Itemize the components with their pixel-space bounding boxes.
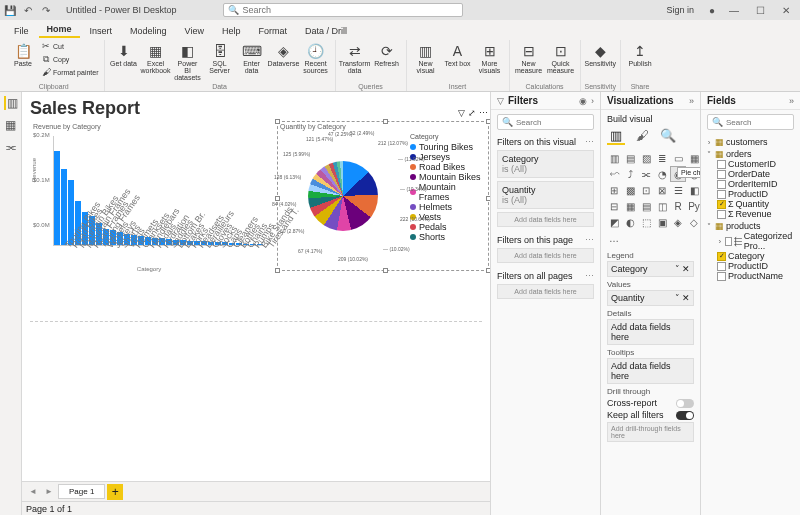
checkbox[interactable] — [717, 170, 726, 179]
legend-item[interactable]: Pedals — [410, 222, 486, 232]
filter-drop-zone[interactable]: Add data fields here — [497, 284, 594, 299]
filters-search[interactable]: 🔍 — [497, 114, 594, 130]
checkbox[interactable] — [717, 210, 726, 219]
ribbon-tab-help[interactable]: Help — [214, 24, 249, 38]
field-quantity[interactable]: ✓ΣQuantity — [717, 199, 796, 209]
ribbon-tab-format[interactable]: Format — [250, 24, 295, 38]
fields-search-input[interactable] — [726, 118, 789, 127]
checkbox[interactable]: ✓ — [717, 252, 726, 261]
close-button[interactable]: ✕ — [776, 5, 796, 16]
filter-drop-zone[interactable]: Add data fields here — [497, 248, 594, 263]
legend-item[interactable]: Road Bikes — [410, 162, 486, 172]
undo-icon[interactable]: ↶ — [22, 4, 34, 16]
filter-icon[interactable]: ▽ — [458, 108, 465, 118]
field-orderdate[interactable]: OrderDate — [717, 169, 796, 179]
filter-card[interactable]: Categoryis (All) — [497, 150, 594, 178]
page-tab[interactable]: Page 1 — [58, 484, 105, 499]
bar[interactable] — [61, 169, 67, 245]
text-box-button[interactable]: AText box — [443, 40, 473, 69]
save-icon[interactable]: 💾 — [4, 4, 16, 16]
viz-type-button[interactable]: ☰ — [671, 183, 685, 197]
focus-icon[interactable]: ⤢ — [468, 108, 476, 118]
collapse-icon[interactable]: » — [689, 96, 694, 106]
ribbon-tab-datadrill[interactable]: Data / Drill — [297, 24, 355, 38]
minimize-button[interactable]: — — [724, 5, 744, 16]
legend-item[interactable]: Shorts — [410, 232, 486, 242]
redo-icon[interactable]: ↷ — [40, 4, 52, 16]
viz-type-button[interactable]: Py — [687, 199, 700, 213]
checkbox[interactable]: ✓ — [717, 200, 726, 209]
power-bi-datasets-button[interactable]: ◧Power BI datasets — [173, 40, 203, 83]
field-orderitemid[interactable]: OrderItemID — [717, 179, 796, 189]
checkbox[interactable] — [717, 272, 726, 281]
excel-workbook-button[interactable]: ▦Excel workbook — [141, 40, 171, 76]
recent-sources-button[interactable]: 🕘Recent sources — [301, 40, 331, 76]
viz-type-button[interactable]: ⊡ — [639, 183, 653, 197]
model-view-icon[interactable]: ⫘ — [4, 140, 18, 154]
viz-type-button[interactable]: ⬚ — [639, 215, 653, 229]
drill-drop[interactable]: Add drill-through fields here — [607, 422, 694, 442]
show-icon[interactable]: ◉ — [579, 96, 587, 106]
get-data-button[interactable]: ⬇Get data — [109, 40, 139, 69]
collapse-icon[interactable]: › — [591, 96, 594, 106]
viz-type-button[interactable]: ≣ — [655, 151, 669, 165]
field-productid[interactable]: ProductID — [717, 189, 796, 199]
report-view-icon[interactable]: ▥ — [4, 96, 18, 110]
viz-type-button[interactable]: ⊞ — [607, 183, 621, 197]
legend-item[interactable]: Helmets — [410, 202, 486, 212]
field-category[interactable]: ✓Category — [717, 251, 796, 261]
viz-type-button[interactable]: ◐ — [623, 215, 637, 229]
viz-type-button[interactable]: ▭ — [671, 151, 685, 165]
sql-server-button[interactable]: 🗄SQL Server — [205, 40, 235, 76]
viz-type-button[interactable]: ▦ — [687, 151, 700, 165]
copy-button[interactable]: ⧉Copy — [40, 53, 100, 65]
enter-data-button[interactable]: ⌨Enter data — [237, 40, 267, 76]
sign-in-link[interactable]: Sign in — [666, 5, 694, 15]
checkbox[interactable] — [717, 160, 726, 169]
viz-type-button[interactable]: ⊠ — [655, 183, 669, 197]
well-legend[interactable]: Category˅✕ — [607, 261, 694, 277]
ribbon-tab-insert[interactable]: Insert — [82, 24, 121, 38]
checkbox[interactable] — [725, 237, 732, 246]
field-revenue[interactable]: ΣRevenue — [717, 209, 796, 219]
cross-report-toggle[interactable] — [676, 399, 694, 408]
keep-filters-toggle[interactable] — [676, 411, 694, 420]
quick-measure-button[interactable]: ⊡Quick measure — [546, 40, 576, 76]
global-search[interactable]: 🔍 — [223, 3, 463, 17]
viz-type-button[interactable]: ▥ — [607, 151, 621, 165]
ribbon-tab-modeling[interactable]: Modeling — [122, 24, 175, 38]
new-measure-button[interactable]: ⊟New measure — [514, 40, 544, 76]
dataverse-button[interactable]: ◈Dataverse — [269, 40, 299, 69]
viz-type-button[interactable]: ⫘ — [639, 167, 653, 181]
viz-type-button[interactable]: R — [671, 199, 685, 213]
global-search-input[interactable] — [243, 5, 458, 15]
viz-type-button[interactable]: ◫ — [655, 199, 669, 213]
filters-search-input[interactable] — [516, 118, 589, 127]
viz-type-button[interactable]: … — [607, 231, 621, 245]
paste-button[interactable]: 📋Paste — [8, 40, 38, 69]
legend-item[interactable]: Mountain Frames — [410, 182, 486, 202]
viz-type-button[interactable]: ⬿ — [607, 167, 621, 181]
table-orders[interactable]: ˅▦orders — [705, 149, 796, 159]
viz-type-button[interactable]: ◧ — [687, 183, 700, 197]
viz-type-button[interactable]: ▤ — [639, 199, 653, 213]
build-tab-icon[interactable]: ▥ — [607, 127, 625, 145]
viz-type-button[interactable]: ◔ — [655, 167, 669, 181]
table-customers[interactable]: ›▦customers — [705, 137, 796, 147]
cut-button[interactable]: ✂Cut — [40, 40, 100, 52]
collapse-icon[interactable]: » — [789, 96, 794, 106]
more-icon[interactable]: ⋯ — [585, 235, 594, 245]
field-customerid[interactable]: CustomerID — [717, 159, 796, 169]
viz-type-button[interactable]: ◇ — [687, 215, 700, 229]
well-values[interactable]: Quantity˅✕ — [607, 290, 694, 306]
checkbox[interactable] — [717, 180, 726, 189]
data-view-icon[interactable]: ▦ — [4, 118, 18, 132]
field-categorizedpro[interactable]: ›⬱Categorized Pro... — [717, 231, 796, 251]
viz-type-button[interactable]: ▨ — [639, 151, 653, 165]
page-prev-icon[interactable]: ◄ — [26, 487, 40, 496]
filter-drop-zone[interactable]: Add data fields here — [497, 212, 594, 227]
publish-button[interactable]: ↥Publish — [625, 40, 655, 69]
viz-type-button[interactable]: ▣ — [655, 215, 669, 229]
chevron-down-icon[interactable]: ˅ — [675, 264, 680, 274]
table-products[interactable]: ˅▦products — [705, 221, 796, 231]
